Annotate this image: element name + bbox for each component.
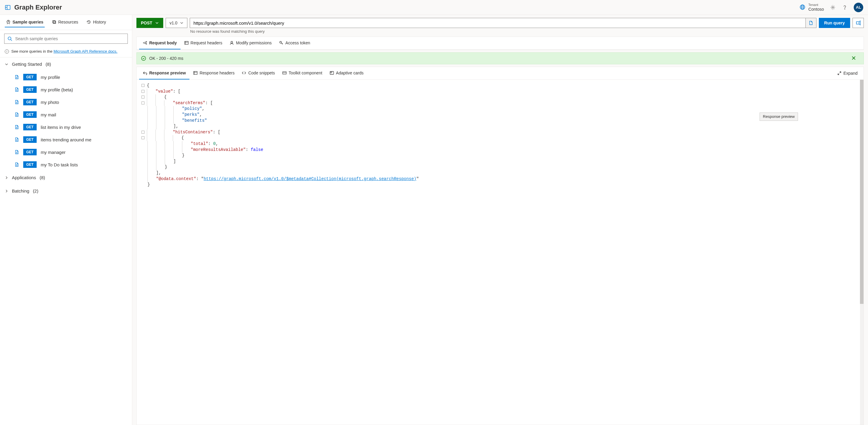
chevron-right-icon: [5, 176, 8, 179]
sample-query-item[interactable]: GETmy To Do task lists: [0, 158, 132, 171]
json-line: "value": [: [142, 89, 859, 95]
tab-label: Modify permissions: [236, 40, 272, 45]
tenant-block[interactable]: Tenant Contoso: [800, 3, 824, 12]
headers-icon: [193, 70, 198, 75]
query-label: my profile: [41, 75, 60, 80]
tenant-text: Tenant Contoso: [808, 3, 824, 12]
permissions-icon: [229, 40, 234, 45]
share-button[interactable]: [852, 18, 864, 28]
sample-query-item[interactable]: GETmy profile (beta): [0, 83, 132, 96]
svg-rect-30: [185, 41, 188, 44]
sample-query-item[interactable]: GETmy mail: [0, 108, 132, 121]
json-line: ]: [142, 159, 859, 165]
info-line: i See more queries in the Microsoft Grap…: [0, 47, 132, 58]
fold-toggle[interactable]: [142, 101, 145, 104]
json-line: "benefits": [142, 118, 859, 124]
info-icon: i: [5, 50, 9, 54]
request-tab[interactable]: Request body: [139, 37, 181, 50]
sample-query-item[interactable]: GETmy manager: [0, 146, 132, 158]
tab-label: Sample queries: [12, 20, 43, 24]
fold-toggle[interactable]: [142, 131, 145, 134]
settings-icon[interactable]: [830, 4, 836, 10]
json-line: "total": 0,: [142, 141, 859, 147]
category-header[interactable]: Getting Started (8): [0, 58, 132, 71]
scrollbar-track[interactable]: [860, 80, 864, 425]
http-method-select[interactable]: POST: [136, 18, 163, 28]
url-doc-button[interactable]: [805, 18, 816, 28]
fold-toggle[interactable]: [142, 90, 145, 93]
fold-toggle[interactable]: [142, 84, 145, 87]
headers-icon: [184, 40, 189, 45]
api-version-select[interactable]: v1.0: [166, 18, 187, 28]
tab-sample-queries[interactable]: Sample queries: [5, 17, 45, 27]
card-icon: [330, 70, 334, 75]
response-panel: Response previewResponse headersCode sni…: [136, 67, 864, 425]
sample-query-item[interactable]: GETmy profile: [0, 71, 132, 83]
tab-resources[interactable]: Resources: [51, 17, 80, 27]
document-icon: [14, 137, 19, 142]
query-label: list items in my drive: [41, 125, 81, 130]
sidebar-toggle-icon[interactable]: [5, 4, 11, 10]
query-label: my profile (beta): [41, 87, 73, 92]
response-tab[interactable]: Code snippets: [238, 67, 279, 79]
svg-point-12: [8, 37, 11, 40]
content-area: POST v1.0 No resource was found matching…: [132, 15, 868, 425]
tab-label: Code snippets: [248, 70, 275, 75]
chevron-down-icon: [5, 63, 8, 66]
fold-toggle[interactable]: [142, 96, 145, 99]
svg-point-8: [844, 9, 845, 9]
expand-button[interactable]: Expand: [833, 67, 861, 79]
version-value: v1.0: [169, 21, 177, 25]
expand-icon: [837, 71, 842, 75]
sample-query-item[interactable]: GETitems trending around me: [0, 133, 132, 146]
info-text: See more queries in the: [11, 49, 54, 54]
response-tab[interactable]: Response headers: [189, 67, 238, 79]
send-icon: [143, 40, 148, 45]
help-icon[interactable]: [842, 4, 848, 10]
app-title: Graph Explorer: [14, 4, 62, 11]
method-value: POST: [141, 21, 152, 25]
request-tabs: Request bodyRequest headersModify permis…: [137, 37, 864, 50]
tab-label: Resources: [58, 20, 78, 24]
close-status-button[interactable]: [851, 55, 859, 62]
response-tab[interactable]: Adaptive cards: [326, 67, 367, 79]
run-query-button[interactable]: Run query: [819, 18, 850, 28]
sample-query-item[interactable]: GETmy photo: [0, 96, 132, 108]
fold-toggle[interactable]: [142, 136, 145, 139]
request-tab[interactable]: Access token: [275, 37, 314, 50]
json-line: "@odata.context": "https://graph.microso…: [142, 176, 859, 182]
document-icon: [808, 21, 813, 25]
category-header[interactable]: Batching (2): [0, 184, 132, 198]
info-link[interactable]: Microsoft Graph API Reference docs.: [54, 49, 118, 54]
search-icon: [7, 36, 12, 41]
category-name: Batching: [12, 188, 29, 193]
category-header[interactable]: Applications (8): [0, 171, 132, 184]
request-tab[interactable]: Request headers: [181, 37, 226, 50]
tab-label: Request headers: [191, 40, 222, 45]
json-line: {: [142, 94, 859, 100]
response-tab[interactable]: Response preview: [139, 67, 189, 79]
response-tab[interactable]: Toolkit component: [279, 67, 326, 79]
search-box[interactable]: [4, 34, 128, 44]
rocket-icon: [6, 20, 11, 24]
odata-context-link[interactable]: https://graph.microsoft.com/v1.0/$metada…: [204, 176, 416, 181]
svg-line-13: [11, 40, 12, 41]
tab-history[interactable]: History: [85, 17, 107, 27]
category-count: (2): [33, 188, 38, 193]
svg-rect-44: [331, 72, 332, 73]
query-label: my To Do task lists: [41, 162, 78, 167]
success-icon: [141, 56, 146, 61]
method-badge: GET: [23, 124, 37, 130]
scrollbar-thumb[interactable]: [860, 80, 864, 304]
sample-query-item[interactable]: GETlist items in my drive: [0, 121, 132, 133]
chevron-down-icon: [155, 21, 159, 25]
url-input[interactable]: [190, 18, 805, 28]
query-label: my manager: [41, 150, 65, 155]
request-tab[interactable]: Modify permissions: [226, 37, 275, 50]
method-badge: GET: [23, 161, 37, 168]
json-viewer[interactable]: Response preview {"value": [{"searchTerm…: [137, 80, 864, 425]
search-input[interactable]: [15, 36, 125, 41]
json-line: "hitsContainers": [: [142, 129, 859, 135]
tab-label: Response preview: [149, 70, 186, 75]
user-avatar[interactable]: AL: [854, 3, 863, 12]
